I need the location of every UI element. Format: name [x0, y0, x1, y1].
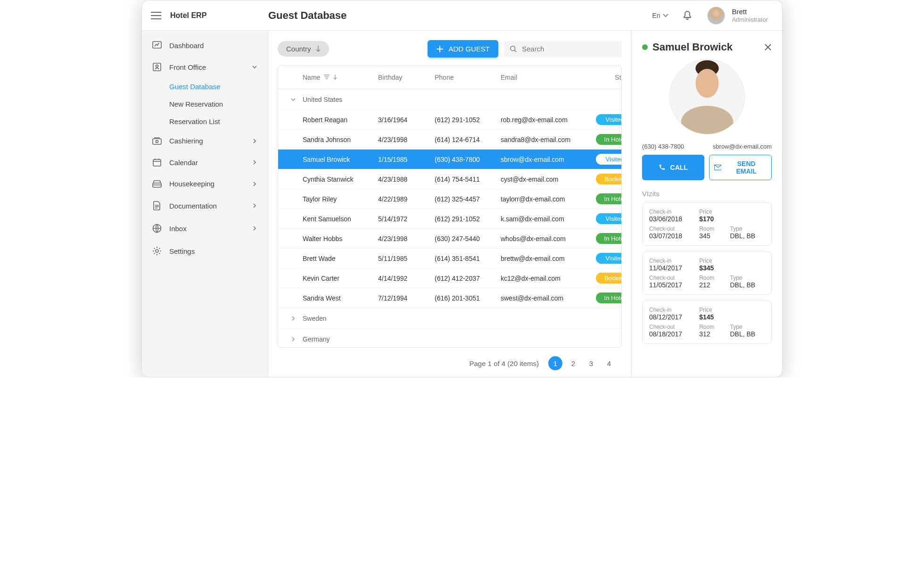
language-selector[interactable]: En [646, 12, 674, 19]
sidebar-item-cashiering[interactable]: Cashiering [142, 130, 268, 151]
cell-birthday: 5/14/1972 [378, 215, 435, 223]
cell-phone: (612) 291-1052 [435, 116, 501, 124]
cell-email: taylorr@dx-email.com [501, 195, 586, 203]
sidebar-item-label: Cashiering [169, 137, 203, 145]
cell-name: Walter Hobbs [303, 235, 378, 242]
cell-birthday: 4/23/1998 [378, 136, 435, 143]
sidebar-item-settings[interactable]: Settings [142, 240, 268, 262]
column-birthday[interactable]: Birthday [378, 74, 435, 81]
group-name: Germany [303, 335, 616, 343]
sidebar-item-housekeeping[interactable]: Housekeeping [142, 173, 268, 194]
search-box[interactable] [504, 41, 622, 57]
document-icon [152, 201, 162, 210]
brand: Hotel ERP [170, 11, 268, 20]
table-row[interactable]: Kevin Carter4/14/1992(612) 412-2037kc12@… [278, 268, 621, 288]
column-phone[interactable]: Phone [435, 74, 501, 81]
table-row[interactable]: Taylor Riley4/22/1989(612) 325-4457taylo… [278, 189, 621, 209]
status-badge: Visited [596, 154, 622, 165]
group-by-chip[interactable]: Country [278, 41, 329, 57]
arrow-down-icon [316, 46, 321, 52]
sidebar-item-calendar[interactable]: Calendar [142, 151, 268, 173]
user-name: Brett [732, 8, 768, 16]
user-menu[interactable]: Brett Administrator [701, 7, 782, 25]
page-3[interactable]: 3 [584, 356, 598, 370]
group-row[interactable]: Germany [278, 329, 621, 348]
caret-down-icon [663, 14, 668, 17]
cell-phone: (630) 438-7800 [435, 156, 501, 163]
column-status[interactable]: Status [586, 74, 622, 81]
detail-phone: (630) 438-7800 [642, 143, 684, 150]
table-row[interactable]: Sandra West7/12/1994(616) 201-3051swest@… [278, 288, 621, 308]
sidebar-subitem-new-reservation[interactable]: New Reservation [142, 95, 268, 113]
page-2[interactable]: 2 [566, 356, 580, 370]
cell-name: Kevin Carter [303, 275, 378, 282]
chevron-right-icon [284, 316, 303, 321]
page-summary: Page 1 of 4 (20 items) [469, 359, 539, 368]
sidebar-item-dashboard[interactable]: Dashboard [142, 34, 268, 56]
visit-card: Check-in08/12/2017Price$145Check-out08/1… [642, 301, 772, 344]
online-status-dot [642, 44, 648, 50]
svg-point-8 [156, 250, 158, 252]
cell-email: whobs@dx-email.com [501, 235, 586, 242]
visit-card: Check-in11/04/2017Price$345Check-out11/0… [642, 251, 772, 295]
sidebar-item-front-office[interactable]: Front Office [142, 56, 268, 78]
status-badge: Booked [596, 273, 622, 284]
user-role: Administrator [732, 16, 768, 24]
table-row[interactable]: Cynthia Stanwick4/23/1988(614) 754-5411c… [278, 169, 621, 189]
cell-name: Sandra West [303, 294, 378, 302]
add-guest-button[interactable]: ADD GUEST [428, 40, 498, 58]
cell-phone: (612) 412-2037 [435, 275, 501, 282]
cell-name: Kent Samuelson [303, 215, 378, 223]
cell-phone: (612) 325-4457 [435, 195, 501, 203]
group-name: Sweden [303, 315, 616, 322]
language-label: En [652, 12, 660, 19]
sidebar-item-label: Dashboard [169, 42, 204, 50]
call-button[interactable]: CALL [642, 155, 704, 180]
gear-icon [152, 246, 162, 256]
column-email[interactable]: Email [501, 74, 586, 81]
sidebar-item-inbox[interactable]: Inbox [142, 217, 268, 240]
notifications-button[interactable] [674, 10, 701, 21]
cashiering-icon [152, 137, 162, 145]
guest-table: Name Birthday Phone Email Status United … [278, 65, 622, 348]
svg-point-2 [156, 65, 158, 67]
sidebar: DashboardFront OfficeGuest DatabaseNew R… [142, 31, 268, 377]
bell-icon [683, 10, 692, 21]
sidebar-subitem-reservation-list[interactable]: Reservation List [142, 113, 268, 130]
column-name[interactable]: Name [303, 74, 378, 81]
sidebar-item-documentation[interactable]: Documentation [142, 194, 268, 217]
group-row[interactable]: Sweden [278, 308, 621, 329]
chevron-down-icon [284, 97, 303, 102]
table-row[interactable]: Robert Reagan3/16/1964(612) 291-1052rob.… [278, 110, 621, 130]
page-4[interactable]: 4 [602, 356, 616, 370]
sidebar-subitem-guest-database[interactable]: Guest Database [142, 78, 268, 95]
detail-email: sbrow@dx-email.com [713, 143, 772, 150]
visit-card: Check-in03/06/2018Price$170Check-out03/0… [642, 202, 772, 246]
table-row[interactable]: Samuel Browick1/15/1985(630) 438-7800sbr… [278, 150, 621, 169]
topbar: Hotel ERP Guest Database En Brett Admini… [142, 0, 782, 31]
cell-birthday: 5/11/1985 [378, 255, 435, 262]
status-badge: In Hotel [596, 233, 622, 244]
close-icon [764, 43, 772, 51]
status-badge: Visited [596, 253, 622, 264]
filter-icon [324, 75, 330, 80]
status-badge: In Hotel [596, 134, 622, 145]
table-row[interactable]: Walter Hobbs4/23/1998(630) 247-5440whobs… [278, 229, 621, 249]
close-detail-button[interactable] [764, 43, 772, 51]
chevron-right-icon [252, 159, 257, 165]
search-input[interactable] [522, 45, 616, 53]
cell-phone: (614) 351-8541 [435, 255, 501, 262]
page-1[interactable]: 1 [548, 356, 562, 370]
send-email-button[interactable]: SEND EMAIL [709, 155, 772, 180]
globe-icon [152, 224, 162, 233]
svg-point-9 [511, 46, 515, 50]
table-row[interactable]: Brett Wade5/11/1985(614) 351-8541brettw@… [278, 249, 621, 268]
menu-toggle[interactable] [142, 12, 170, 19]
group-name: United States [303, 96, 616, 103]
group-row[interactable]: United States [278, 89, 621, 110]
table-row[interactable]: Kent Samuelson5/14/1972(612) 291-1052k.s… [278, 209, 621, 229]
calendar-icon [152, 158, 162, 167]
plus-icon [436, 45, 444, 53]
table-row[interactable]: Sandra Johnson4/23/1998(614) 124-6714san… [278, 130, 621, 150]
cell-name: Samuel Browick [303, 156, 378, 163]
